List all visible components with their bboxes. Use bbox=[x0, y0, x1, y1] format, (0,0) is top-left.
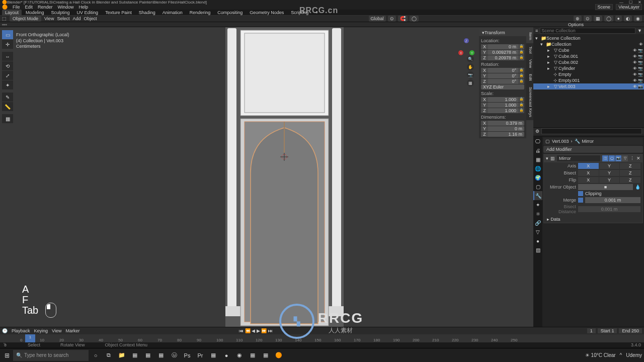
flip-z-toggle[interactable]: Z bbox=[620, 177, 640, 183]
xray-toggle[interactable]: ▦ bbox=[594, 16, 602, 22]
dim-z[interactable]: Z1.16 m bbox=[481, 132, 524, 137]
modifier-close-icon[interactable]: ✕ bbox=[636, 156, 640, 161]
axis-y-toggle[interactable]: Y bbox=[599, 163, 620, 169]
modifier-data-section[interactable]: ▸ Data bbox=[544, 216, 642, 223]
zoom-icon[interactable]: 🔍 bbox=[467, 55, 474, 62]
workspace-texpaint[interactable]: Texture Paint bbox=[102, 10, 135, 16]
tab-data[interactable]: ▽ bbox=[533, 227, 542, 236]
timeline-playback[interactable]: Playback bbox=[12, 328, 30, 333]
start-frame-field[interactable]: Start 1 bbox=[598, 328, 617, 333]
taskbar-taskview-icon[interactable]: ⧉ bbox=[103, 349, 115, 361]
outliner-item[interactable]: ▸▽Cube.002👁📷 bbox=[533, 59, 644, 65]
axis-y-icon[interactable]: Y bbox=[469, 50, 474, 55]
transform-header[interactable]: ▾ Transform bbox=[479, 29, 526, 36]
menu-file[interactable]: File bbox=[13, 5, 20, 10]
bisect-distance-field[interactable]: 0.001 m bbox=[578, 206, 640, 212]
modifier-expand-icon[interactable]: ▾ bbox=[546, 156, 548, 161]
scale-y[interactable]: Y1.000🔒 bbox=[481, 103, 524, 108]
3d-viewport[interactable]: ▭ ✛ ↔ ⟲ ⤢ ✦ ✎ 📏 ▦ Front Orthographic (Lo… bbox=[0, 27, 533, 327]
viewlayer-selector[interactable]: ViewLayer bbox=[616, 4, 642, 10]
mod-render-icon[interactable]: 📷 bbox=[615, 155, 621, 161]
bisect-y-toggle[interactable]: Y bbox=[599, 170, 620, 176]
perspective-icon[interactable]: ▦ bbox=[467, 79, 474, 86]
tool-select-box[interactable]: ▭ bbox=[2, 30, 13, 39]
mod-cage-icon[interactable]: ▽ bbox=[622, 155, 628, 161]
modifier-name-field[interactable]: Mirror bbox=[557, 155, 600, 161]
axis-x-icon[interactable]: X bbox=[458, 50, 463, 55]
tool-measure[interactable]: 📏 bbox=[2, 102, 13, 111]
taskbar-ps-icon[interactable]: Ps bbox=[181, 349, 193, 361]
timeline-type-icon[interactable]: 🕐 bbox=[2, 328, 8, 333]
rotation-mode[interactable]: XYZ Euler bbox=[481, 84, 524, 89]
shading-rendered[interactable]: ◉ bbox=[634, 16, 642, 22]
outliner-item[interactable]: ▸▽Cylinder👁📷 bbox=[533, 65, 644, 71]
end-frame-field[interactable]: End 250 bbox=[619, 328, 642, 333]
taskbar-cortana-icon[interactable]: ○ bbox=[90, 349, 102, 361]
axis-z-toggle[interactable]: Z bbox=[620, 163, 640, 169]
next-key-icon[interactable]: ⏩ bbox=[261, 328, 267, 333]
tab-render[interactable]: 🖵 bbox=[533, 137, 542, 146]
shading-solid[interactable]: ● bbox=[615, 16, 622, 22]
add-modifier-button[interactable]: Add Modifier bbox=[543, 146, 643, 153]
rotation-x[interactable]: X0°🔒 bbox=[481, 68, 524, 73]
tab-constraints[interactable]: 🔗 bbox=[533, 218, 542, 227]
menu-help[interactable]: Help bbox=[79, 5, 89, 10]
taskbar-blender-icon[interactable]: 🟠 bbox=[273, 349, 285, 361]
navigation-gizmo[interactable]: X Y Z bbox=[457, 37, 475, 55]
play-reverse-icon[interactable]: ◀ bbox=[252, 328, 255, 333]
jump-end-icon[interactable]: ⏭ bbox=[268, 328, 273, 333]
taskbar-explorer-icon[interactable]: 📁 bbox=[116, 349, 128, 361]
merge-checkbox[interactable] bbox=[578, 198, 583, 203]
timeline-view[interactable]: View bbox=[52, 328, 61, 333]
menu-window[interactable]: Window bbox=[58, 5, 74, 10]
tab-material[interactable]: ● bbox=[533, 236, 542, 245]
axis-z-icon[interactable]: Z bbox=[464, 38, 469, 43]
playhead[interactable]: 1 bbox=[25, 334, 35, 342]
mod-editmode-icon[interactable]: ◫ bbox=[602, 155, 608, 161]
scene-collection-node[interactable]: ▾📁Scene Collection bbox=[533, 35, 644, 41]
bisect-x-toggle[interactable]: X bbox=[578, 170, 599, 176]
outliner-type-icon[interactable]: ≡ bbox=[535, 28, 538, 33]
viewport-canvas[interactable] bbox=[0, 27, 533, 327]
filter-icon[interactable]: ▼ bbox=[637, 28, 642, 33]
bisect-z-toggle[interactable]: Z bbox=[620, 170, 640, 176]
n-tab-view[interactable]: View bbox=[526, 56, 533, 71]
dim-y[interactable]: Y0 m bbox=[481, 126, 524, 131]
tool-annotate[interactable]: ✎ bbox=[2, 93, 13, 102]
orientation-selector[interactable]: Global bbox=[369, 16, 386, 22]
tab-output[interactable]: 🖨 bbox=[533, 146, 542, 155]
props-search[interactable] bbox=[541, 128, 642, 134]
overlay-toggle[interactable]: ⊙ bbox=[584, 16, 592, 22]
tool-add[interactable]: ▦ bbox=[2, 114, 13, 123]
modifier-menu-icon[interactable]: ⋮ bbox=[630, 156, 634, 161]
vp-menu-select[interactable]: Select bbox=[57, 16, 69, 21]
tab-scene[interactable]: 🌐 bbox=[533, 164, 542, 173]
merge-distance-field[interactable]: 0.001 m bbox=[585, 197, 640, 203]
scale-x[interactable]: X1.000🔒 bbox=[481, 97, 524, 102]
taskbar-unreal-icon[interactable]: ⓤ bbox=[168, 349, 180, 361]
flip-x-toggle[interactable]: X bbox=[578, 177, 599, 183]
mod-realtime-icon[interactable]: 🖵 bbox=[609, 155, 615, 161]
props-type-icon[interactable]: ⚙ bbox=[535, 129, 539, 134]
rotation-z[interactable]: Z0°🔒 bbox=[481, 79, 524, 84]
timeline-ruler[interactable]: 1 01020304050607080901001101201301401501… bbox=[0, 334, 644, 342]
tab-texture[interactable]: ▨ bbox=[533, 245, 542, 254]
timeline-keying[interactable]: Keying bbox=[34, 328, 48, 333]
timeline-marker[interactable]: Marker bbox=[65, 328, 79, 333]
tab-viewlayer[interactable]: ▦ bbox=[533, 155, 542, 164]
tool-rotate[interactable]: ⟲ bbox=[2, 61, 13, 70]
tab-physics[interactable]: ⚛ bbox=[533, 209, 542, 218]
taskbar-chrome-icon[interactable]: ◉ bbox=[233, 349, 246, 361]
weather-widget[interactable]: ☀ 10°C Clear bbox=[585, 352, 616, 358]
clipping-checkbox[interactable] bbox=[578, 191, 583, 196]
tool-scale[interactable]: ⤢ bbox=[2, 71, 13, 80]
outliner-item[interactable]: ⊹Empty.001👁📷 bbox=[533, 77, 644, 83]
tab-particles[interactable]: ✦ bbox=[533, 200, 542, 209]
taskbar-pr-icon[interactable]: Pr bbox=[194, 349, 206, 361]
workspace-geonodes[interactable]: Geometry Nodes bbox=[247, 10, 287, 16]
workspace-layout[interactable]: Layout bbox=[2, 10, 22, 16]
workspace-compositing[interactable]: Compositing bbox=[214, 10, 246, 16]
jump-start-icon[interactable]: ⏮ bbox=[239, 328, 244, 333]
taskbar-app-icon[interactable]: ▦ bbox=[207, 349, 219, 361]
taskbar-app-icon[interactable]: ▦ bbox=[260, 349, 272, 361]
